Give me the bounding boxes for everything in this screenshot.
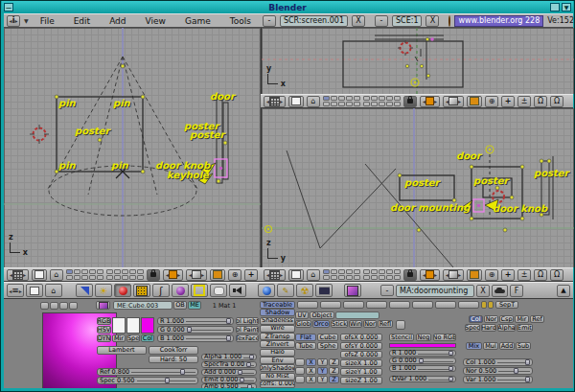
axis-blank-button[interactable] — [295, 376, 305, 383]
fullscreen-button[interactable] — [32, 269, 47, 281]
texture-channel-slot[interactable] — [297, 301, 318, 309]
flag-nomist[interactable]: No Mist — [260, 373, 295, 380]
spec-slider[interactable]: Spec 0.500 — [97, 377, 198, 384]
texture-channel-slot[interactable] — [458, 301, 479, 309]
window-menu-button[interactable]: — — [4, 3, 13, 12]
sizex-button[interactable]: sizeX 1.00 — [340, 359, 382, 367]
axis-z-button[interactable]: Z — [329, 358, 339, 366]
constraint-buttons-button[interactable] — [210, 284, 227, 297]
texface-button[interactable]: TexFace — [236, 334, 259, 342]
preview-type-button[interactable] — [69, 302, 78, 310]
rotation-button[interactable]: ⊕ — [228, 269, 242, 281]
realtime-buttons-button[interactable] — [172, 284, 189, 297]
mir-button[interactable]: Mir — [112, 334, 126, 342]
blend-mul-button[interactable]: Mul — [483, 342, 498, 350]
texture-buttons-button[interactable] — [133, 284, 150, 297]
mapping-flat-button[interactable]: Flat — [295, 334, 316, 341]
texture-arrow-button[interactable] — [488, 301, 494, 309]
specular-shader-dropdown[interactable]: CookTorr — [149, 346, 198, 355]
diffuse-shader-dropdown[interactable]: Lambert — [97, 346, 147, 355]
diffuse-color-swatch[interactable] — [141, 317, 154, 334]
translate-button[interactable]: + — [501, 269, 515, 281]
mirror-color-swatch[interactable] — [112, 317, 126, 334]
axis-x-button[interactable]: X — [306, 367, 316, 375]
flag-env[interactable]: Env — [260, 357, 295, 364]
rotation-button[interactable]: ⊕ — [485, 269, 498, 281]
coords-nor-button[interactable]: Nor — [363, 320, 377, 328]
link-me-button[interactable]: ME — [188, 301, 201, 310]
sept-button[interactable]: SepT — [495, 301, 518, 309]
fullscreen-button[interactable] — [288, 269, 304, 281]
axis-y-button[interactable]: Y — [317, 367, 328, 375]
screen-browse-button[interactable]: - — [263, 15, 276, 27]
viewport-side[interactable]: door poster poster poster door mounting … — [261, 108, 574, 267]
preview-type-button[interactable] — [40, 302, 49, 310]
menu-view[interactable]: View — [138, 16, 173, 26]
hardness-button[interactable]: Hard: 50 — [149, 356, 198, 363]
texture-channel-slot[interactable] — [389, 301, 410, 309]
mapto-spec-button[interactable]: Spec — [465, 324, 480, 332]
sizey-button[interactable]: sizeY 1.00 — [340, 368, 382, 376]
lamp-buttons-button[interactable] — [76, 284, 93, 297]
drawtype-dropdown[interactable]: ◂▸ — [443, 269, 464, 281]
layer-buttons[interactable] — [323, 269, 360, 280]
material-browse-button[interactable]: - — [380, 285, 394, 296]
texture-r-slider[interactable]: R 1.000 — [389, 350, 456, 357]
g-slider[interactable]: G 0.000 — [157, 326, 234, 334]
rotation-button[interactable]: ⊕ — [485, 96, 498, 107]
add-slider[interactable]: Add 0.000 — [201, 369, 257, 376]
viewport-top[interactable]: y x — [261, 28, 574, 94]
mapto-csp-button[interactable]: Csp — [499, 315, 514, 323]
col-button[interactable]: Col — [141, 334, 154, 342]
world-buttons-button[interactable]: ☀ — [95, 284, 112, 297]
vcol-light-button[interactable]: ol Light — [236, 317, 259, 325]
sound-buttons-button[interactable] — [229, 284, 246, 297]
texture-color-swatch[interactable] — [389, 343, 456, 348]
flag-ztransp[interactable]: ZTransp — [260, 333, 295, 340]
screen-delete-button[interactable]: X — [352, 15, 365, 27]
render-buttons-button[interactable] — [315, 284, 333, 297]
flag-onlyshadow[interactable]: OnlyShadow — [260, 364, 295, 372]
flag-traceable[interactable]: Traceable — [260, 301, 295, 309]
scene-browse-button[interactable]: - — [375, 15, 388, 27]
dvar-slider[interactable]: DVar 1.000 — [389, 376, 456, 382]
axis-x-button[interactable]: X — [306, 376, 316, 383]
flag-shadow[interactable]: Shadow — [260, 309, 295, 316]
shade-button[interactable]: ▼ — [562, 3, 571, 12]
norgb-button[interactable]: No RGB — [433, 334, 456, 341]
mapto-col-slider[interactable]: Col 1.000 — [463, 358, 533, 366]
render-anim-button[interactable]: Ω — [550, 269, 564, 281]
alpha-slider[interactable]: Alpha 1.000 — [201, 354, 257, 360]
spe-button[interactable]: Spe — [126, 334, 140, 342]
menu-add[interactable]: Add — [102, 16, 133, 26]
sizez-button[interactable]: sizeZ 1.00 — [340, 377, 382, 384]
layer-buttons[interactable] — [106, 269, 144, 280]
window-type-button[interactable]: ◂▸ — [7, 269, 29, 281]
neg-button[interactable]: Neg — [416, 334, 431, 341]
preview-type-button[interactable] — [50, 302, 58, 310]
ofsz-button[interactable]: ofsZ 0.000 — [340, 351, 382, 358]
titlebar[interactable]: — Blender ▼ — [2, 1, 573, 13]
material-autoname-button[interactable] — [492, 285, 508, 297]
texture-channel-slot[interactable] — [412, 301, 433, 309]
object-coords-button[interactable]: Object — [310, 311, 334, 319]
window-type-button[interactable]: ◂▸ — [264, 269, 286, 281]
mode-dropdown[interactable]: ◂▸ — [420, 96, 440, 107]
window-type-button[interactable]: ◂≡▸ — [7, 284, 24, 297]
home-button[interactable]: ⌂ — [50, 269, 63, 281]
blend-sub-button[interactable]: Sub — [516, 342, 531, 350]
object-name-field[interactable] — [335, 311, 380, 319]
layer-buttons[interactable] — [363, 96, 401, 106]
mapto-nor-button[interactable]: Nor — [484, 315, 498, 323]
edit-buttons-button[interactable] — [191, 284, 208, 297]
translate-button[interactable]: + — [501, 96, 515, 107]
texture-channel-slot[interactable] — [366, 301, 387, 309]
stencil-button[interactable]: Stencil — [389, 334, 414, 341]
render-preview-button[interactable]: Ω — [534, 269, 547, 281]
window-type-button[interactable]: ◂ i ▸ — [7, 15, 20, 27]
flag-shadeless[interactable]: Shadeless — [260, 317, 295, 325]
ref-slider[interactable]: Ref 0.800 — [97, 368, 198, 376]
axis-x-button[interactable]: X — [306, 358, 316, 366]
coords-orco-button[interactable]: Orco — [312, 320, 330, 328]
uv-button[interactable]: UV — [295, 311, 309, 319]
